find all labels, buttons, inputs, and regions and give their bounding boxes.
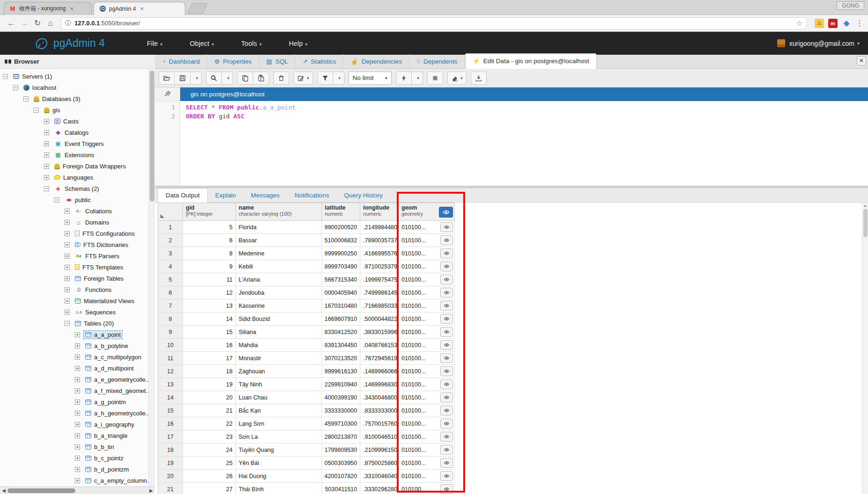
name-cell[interactable]: Florida <box>236 221 322 234</box>
expand-icon[interactable]: + <box>75 377 80 382</box>
new-tab-button[interactable] <box>187 3 208 14</box>
menu-tools[interactable]: Tools▾ <box>241 40 262 47</box>
view-geometry-button[interactable] <box>440 366 453 376</box>
gid-cell[interactable]: 18 <box>183 365 236 378</box>
geom-cell[interactable]: 010100... <box>399 221 455 234</box>
column-header-latitude[interactable]: latitude numeric <box>322 203 360 221</box>
name-cell[interactable]: Hai Duong <box>236 470 322 483</box>
expand-icon[interactable]: + <box>65 209 70 214</box>
browser-tab-gmail[interactable]: M 收件箱 - xurigoong × <box>4 2 92 15</box>
column-header-geom[interactable]: geom geometry <box>399 203 455 221</box>
view-geometry-button[interactable] <box>440 301 453 311</box>
latitude-cell[interactable]: 8999703490 <box>322 260 360 273</box>
save-dropdown-button[interactable]: ▾ <box>190 72 202 85</box>
longitude-cell[interactable]: .33302962800 <box>360 483 399 494</box>
tree-item[interactable]: +Domains <box>0 217 148 228</box>
row-limit-select[interactable]: No limit ▾ <box>349 72 392 85</box>
latitude-cell[interactable]: 0000405940 <box>322 286 360 299</box>
expand-icon[interactable]: + <box>65 254 70 259</box>
expand-icon[interactable]: + <box>44 130 49 135</box>
find-dropdown-button[interactable]: ▾ <box>222 72 233 85</box>
tree-item[interactable]: +Languages <box>0 172 148 183</box>
geom-cell[interactable]: 010100... <box>399 443 455 457</box>
address-input[interactable]: ⓘ 127.0.0.1:5050/browser/ ☆ <box>61 17 807 29</box>
scrollbar-thumb[interactable] <box>863 209 868 237</box>
gid-cell[interactable]: 20 <box>183 391 236 404</box>
row-number-cell[interactable]: 12 <box>158 365 183 378</box>
expand-icon[interactable]: + <box>65 298 70 304</box>
latitude-cell[interactable]: 2800213870 <box>322 430 360 443</box>
geom-cell[interactable]: 010100... <box>399 299 455 312</box>
name-cell[interactable]: Siliana <box>236 326 322 339</box>
tree-item[interactable]: +a_d_multipoint <box>0 363 148 374</box>
tab-sql[interactable]: ▤SQL <box>259 54 295 68</box>
back-icon[interactable]: ← <box>5 19 18 28</box>
latitude-cell[interactable]: 2299910940 <box>322 378 360 391</box>
row-number-cell[interactable]: 5 <box>158 273 183 286</box>
view-geometry-button[interactable] <box>440 222 453 232</box>
row-number-cell[interactable]: 9 <box>158 326 183 339</box>
geom-cell[interactable]: 010100... <box>399 352 455 365</box>
tab-data-output[interactable]: Data Output <box>158 188 208 203</box>
tree-item[interactable]: +b_d_pointzm <box>0 464 148 475</box>
expand-icon[interactable]: + <box>65 276 70 281</box>
tab-messages[interactable]: Messages <box>243 188 287 202</box>
expand-icon[interactable]: + <box>75 366 80 371</box>
tree-item[interactable]: +Sequences <box>0 306 148 318</box>
tree-item[interactable]: +a_b_polyline <box>0 340 148 351</box>
longitude-cell[interactable]: .41669955760 <box>360 247 399 260</box>
geom-cell[interactable]: 010100... <box>399 404 455 417</box>
gid-cell[interactable]: 13 <box>183 299 236 312</box>
expand-icon[interactable]: + <box>65 220 70 225</box>
row-number-cell[interactable]: 10 <box>158 339 183 352</box>
tree-item[interactable]: +Functions <box>0 284 148 295</box>
scrollbar-thumb[interactable] <box>7 488 75 493</box>
expand-icon[interactable]: + <box>75 400 80 405</box>
latitude-cell[interactable]: 1670310480 <box>322 299 360 312</box>
expand-icon[interactable]: + <box>75 343 80 349</box>
download-button[interactable] <box>471 72 487 85</box>
view-geometry-button[interactable] <box>440 432 453 442</box>
expand-icon[interactable]: + <box>65 265 70 270</box>
tab-dependencies[interactable]: ☝Dependencies <box>343 54 409 68</box>
row-number-cell[interactable]: 19 <box>158 457 183 470</box>
tree-item[interactable]: +a_e_geometrycolle... <box>0 374 148 385</box>
view-geometry-button[interactable] <box>440 340 453 350</box>
latitude-cell[interactable]: 9900200520 <box>322 221 360 234</box>
name-cell[interactable]: Mahdia <box>236 339 322 352</box>
tree-item[interactable]: +FTS Parsers <box>0 250 148 262</box>
expand-icon[interactable]: + <box>75 355 80 360</box>
row-number-cell[interactable]: 4 <box>158 260 183 273</box>
geom-cell[interactable]: 010100... <box>399 312 455 326</box>
longitude-cell[interactable]: .21499844800 <box>360 221 399 234</box>
expand-icon[interactable]: + <box>75 411 80 416</box>
info-icon[interactable]: ⓘ <box>65 19 71 28</box>
name-cell[interactable]: Bassar <box>236 234 322 247</box>
view-geometry-button[interactable] <box>440 288 453 298</box>
scrollbar-thumb[interactable] <box>150 71 154 202</box>
browser-menu-icon[interactable]: ⋮ <box>856 19 863 28</box>
latitude-cell[interactable]: 3070213520 <box>322 352 360 365</box>
tree-item[interactable]: −public <box>0 194 148 205</box>
gid-cell[interactable]: 15 <box>183 326 236 339</box>
latitude-cell[interactable]: 9999900250 <box>322 247 360 260</box>
scroll-left-icon[interactable]: ◀ <box>0 488 7 493</box>
view-geometry-button[interactable] <box>440 327 453 337</box>
longitude-cell[interactable]: .38330159960 <box>360 326 399 339</box>
menu-help[interactable]: Help▾ <box>289 40 307 47</box>
geom-cell[interactable]: 010100... <box>399 457 455 470</box>
menu-object[interactable]: Object▾ <box>190 40 214 47</box>
name-cell[interactable]: Yên Bái <box>236 457 322 470</box>
gid-cell[interactable]: 23 <box>183 430 236 443</box>
geom-cell[interactable]: 010100... <box>399 378 455 391</box>
row-number-cell[interactable]: 15 <box>158 404 183 417</box>
tree-item[interactable]: −localhost <box>0 82 148 93</box>
longitude-cell[interactable]: .83333330000 <box>360 404 399 417</box>
view-geometry-button[interactable] <box>440 458 453 468</box>
latitude-cell[interactable]: 5667315340 <box>322 273 360 286</box>
expand-icon[interactable]: + <box>65 287 70 292</box>
view-geometry-button[interactable] <box>440 419 453 429</box>
expand-icon[interactable]: + <box>44 153 49 158</box>
gid-cell[interactable]: 19 <box>183 378 236 391</box>
collapse-icon[interactable]: − <box>34 108 39 113</box>
